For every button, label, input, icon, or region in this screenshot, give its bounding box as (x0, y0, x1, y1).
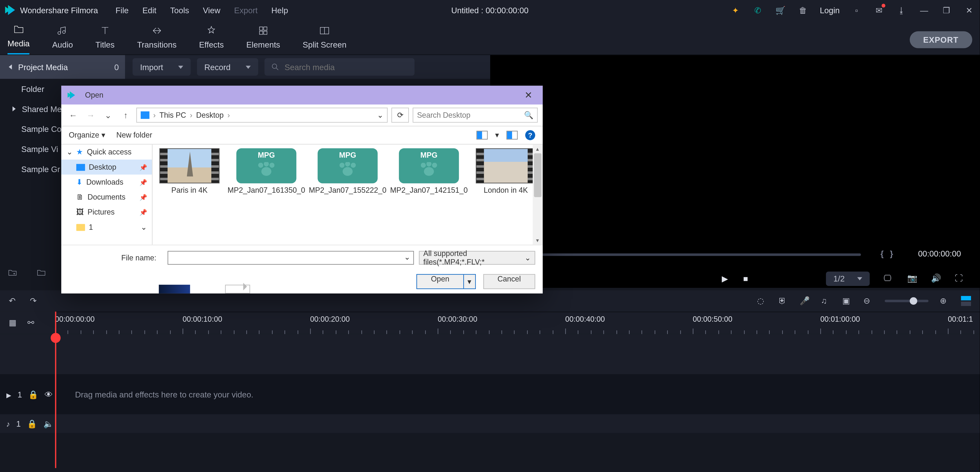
window-minimize-icon[interactable]: — (918, 5, 930, 16)
video-track-1[interactable]: 1 🔒 👁 Drag media and effects here to cre… (0, 374, 980, 414)
cart-icon[interactable]: 🛒 (775, 5, 786, 16)
open-button[interactable]: Open▾ (417, 274, 476, 289)
window-close-icon[interactable]: ✕ (964, 5, 975, 16)
dialog-files[interactable]: Paris in 4KMPGMP2_Jan07_161350_0MPGMP2_J… (153, 145, 542, 245)
window-maximize-icon[interactable]: ❐ (941, 5, 952, 16)
side-folder-1[interactable]: 1⌄ (61, 220, 152, 234)
preview-pane-button[interactable] (506, 131, 518, 140)
help-icon[interactable]: ? (525, 130, 535, 140)
timeline-ruler[interactable]: 00:00:00:0000:00:10:0000:00:20:0000:00:3… (55, 312, 980, 334)
menu-file[interactable]: File (116, 5, 129, 15)
chevron-down-icon[interactable]: ⌄ (377, 111, 383, 120)
playhead[interactable] (55, 312, 56, 468)
undo-icon[interactable]: ↶ (9, 296, 19, 306)
display-icon[interactable]: 🖵 (883, 273, 894, 284)
file-item[interactable]: MPGMP2_Jan07_161350_0 (231, 148, 301, 195)
view-mode-button[interactable] (477, 131, 488, 140)
scroll-down-icon[interactable]: ▾ (533, 236, 542, 245)
zoom-in-icon[interactable]: ⊕ (940, 296, 950, 306)
file-item[interactable]: MPGMP2_Jan07_155222_0 (313, 148, 383, 195)
cancel-button[interactable]: Cancel (483, 274, 535, 289)
marker-icon[interactable]: ▣ (842, 296, 852, 306)
music-icon[interactable]: ♫ (821, 296, 831, 306)
file-item[interactable]: London in 4K (475, 148, 536, 195)
preview-quality-dropdown[interactable]: 1/2 (826, 271, 870, 285)
tab-titles[interactable]: Titles (95, 25, 115, 54)
breadcrumb-root[interactable]: This PC (159, 111, 186, 120)
mic-icon[interactable]: 🎤 (800, 296, 810, 306)
fullscreen-icon[interactable]: ⛶ (955, 273, 965, 284)
redo-icon[interactable]: ↷ (30, 296, 40, 306)
nav-up-button[interactable]: ↑ (119, 108, 132, 122)
menu-help[interactable]: Help (272, 5, 288, 15)
scrollbar[interactable]: ▴▾ (533, 145, 542, 245)
tab-audio[interactable]: Audio (52, 25, 73, 54)
visibility-icon[interactable]: 👁 (45, 390, 52, 399)
scroll-up-icon[interactable]: ▴ (533, 145, 542, 153)
breadcrumb[interactable]: › This PC › Desktop › ⌄ (136, 108, 388, 123)
folder-icon[interactable] (36, 268, 46, 278)
chevron-down-icon[interactable]: ⌄ (141, 223, 147, 232)
menu-edit[interactable]: Edit (142, 5, 156, 15)
mute-icon[interactable]: 🔈 (43, 419, 53, 428)
color-icon[interactable]: ◌ (757, 296, 767, 306)
filetype-dropdown[interactable]: All supported files(*.MP4;*.FLV;*⌄ (419, 250, 535, 264)
breadcrumb-leaf[interactable]: Desktop (196, 111, 224, 120)
volume-icon[interactable]: 🔊 (931, 273, 941, 284)
zoom-out-icon[interactable]: ⊖ (863, 296, 873, 306)
chevron-down-icon[interactable]: ⌄ (404, 252, 410, 262)
tab-effects[interactable]: Effects (199, 25, 224, 54)
record-dropdown[interactable]: Record (197, 58, 258, 75)
side-pictures[interactable]: 🖼Pictures📌 (61, 205, 152, 220)
refresh-button[interactable]: ⟳ (391, 108, 409, 123)
dialog-search[interactable]: 🔍 (412, 108, 538, 123)
download-icon[interactable]: ⭳ (896, 5, 907, 16)
search-media-field[interactable] (264, 58, 414, 75)
login-button[interactable]: Login (820, 5, 840, 15)
nav-back-button[interactable]: ← (67, 108, 80, 122)
tab-splitscreen[interactable]: Split Screen (302, 25, 347, 54)
lock-icon[interactable]: 🔒 (28, 390, 38, 399)
menu-tools[interactable]: Tools (170, 5, 189, 15)
dialog-close-button[interactable]: ✕ (521, 88, 536, 102)
tab-transitions[interactable]: Transitions (137, 25, 177, 54)
file-item[interactable]: MPGMP2_Jan07_142151_0 (394, 148, 464, 195)
fit-icon[interactable]: ▦ (9, 318, 19, 328)
new-folder-button[interactable]: New folder (116, 131, 152, 140)
side-downloads[interactable]: ⬇Downloads📌 (61, 175, 152, 190)
chevron-down-icon[interactable]: ▾ (464, 274, 475, 289)
menu-view[interactable]: View (203, 5, 220, 15)
project-media-header[interactable]: Project Media 0 (0, 55, 125, 79)
timeline-size-toggle[interactable] (961, 296, 971, 306)
lightbulb-icon[interactable]: ✦ (730, 5, 741, 16)
chevron-down-icon[interactable]: ▾ (495, 131, 499, 140)
snapshot-icon[interactable]: 📷 (907, 273, 917, 284)
filename-input[interactable] (167, 250, 414, 264)
stop-button[interactable]: ■ (743, 274, 748, 283)
file-item[interactable]: Paris in 4K (159, 148, 220, 195)
headset-icon[interactable]: ✆ (752, 5, 764, 16)
scrollbar-thumb[interactable] (534, 153, 541, 197)
side-documents[interactable]: 🗎Documents📌 (61, 190, 152, 204)
new-folder-icon[interactable] (8, 268, 18, 278)
search-media-input[interactable] (285, 62, 408, 72)
side-quick-access[interactable]: ⌄★Quick access (61, 145, 152, 159)
audio-track-1[interactable]: 1 🔒 🔈 (0, 414, 980, 433)
dialog-titlebar[interactable]: Open ✕ (61, 86, 542, 105)
trash-icon[interactable]: 🗑 (797, 5, 808, 16)
nav-recent-button[interactable]: ⌄ (101, 108, 115, 122)
tab-media[interactable]: Media (8, 24, 30, 54)
play-button[interactable]: ▶ (722, 274, 728, 283)
dialog-search-input[interactable] (417, 111, 524, 120)
lock-icon[interactable]: 🔒 (27, 419, 37, 428)
import-dropdown[interactable]: Import (132, 58, 191, 75)
side-desktop[interactable]: Desktop📌 (61, 159, 152, 175)
message-icon[interactable]: ✉ (873, 5, 885, 16)
save-icon[interactable]: ▫ (851, 5, 862, 16)
link-icon[interactable]: ⚯ (27, 318, 38, 328)
preview-scrubber[interactable] (500, 254, 861, 256)
zoom-slider[interactable] (885, 300, 929, 302)
shield-icon[interactable]: ⛨ (778, 296, 788, 306)
organize-menu[interactable]: Organize ▾ (69, 131, 105, 140)
tab-elements[interactable]: Elements (246, 25, 280, 54)
